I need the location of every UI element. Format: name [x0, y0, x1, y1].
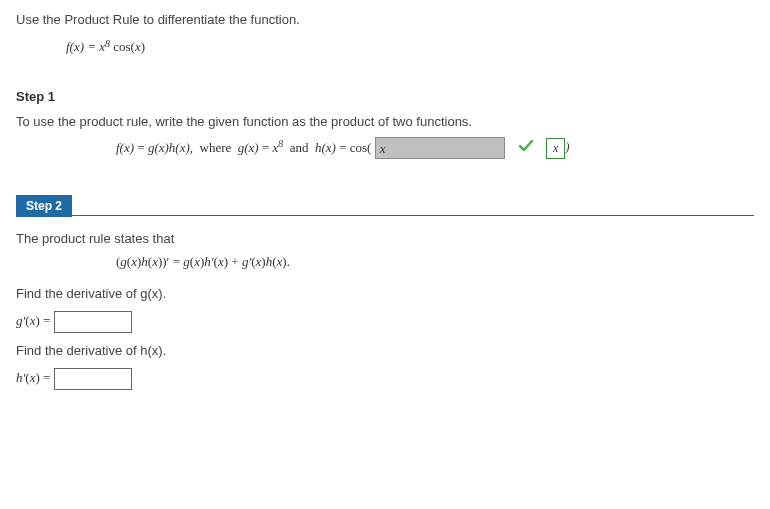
expr-b: and h(x) = cos( — [283, 140, 371, 155]
step1-expression-row: f(x) = g(x)h(x), where g(x) = x8 and h(x… — [116, 137, 754, 159]
expr-exp: 8 — [278, 138, 283, 149]
step1-expr: f(x) = g(x)h(x), where g(x) = x8 and h(x… — [116, 140, 375, 155]
h-prime-input[interactable] — [54, 368, 132, 390]
find-g-text: Find the derivative of g(x). — [16, 286, 754, 301]
fn-rhs: cos(x) — [110, 39, 145, 54]
step2-line — [72, 195, 754, 216]
step2-tab: Step 2 — [16, 195, 72, 217]
given-function: f(x) = x8 cos(x) — [66, 37, 754, 55]
h-prime-label: h′(x) = — [16, 371, 50, 386]
product-rule: (g(x)h(x))′ = g(x)h′(x) + g′(x)h(x). — [116, 254, 754, 270]
check-icon — [518, 138, 534, 159]
step1-text: To use the product rule, write the given… — [16, 114, 754, 129]
fn-lhs: f(x) = x — [66, 39, 105, 54]
step1-answer-input: x — [375, 137, 505, 159]
expr-close: ) — [565, 140, 569, 155]
question-prompt: Use the Product Rule to differentiate th… — [16, 12, 754, 27]
step2-line1: The product rule states that — [16, 231, 754, 246]
g-prime-label: g′(x) = — [16, 314, 50, 329]
fn-exp: 8 — [105, 38, 110, 49]
correct-answer: x — [553, 141, 558, 155]
step2-header: Step 2 — [16, 195, 754, 217]
find-h-text: Find the derivative of h(x). — [16, 343, 754, 358]
step1-title: Step 1 — [16, 89, 754, 104]
correct-answer-box: x — [546, 138, 565, 159]
g-prime-row: g′(x) = — [16, 311, 754, 333]
g-prime-input[interactable] — [54, 311, 132, 333]
expr-a: f(x) = g(x)h(x), where g(x) = x — [116, 140, 278, 155]
h-prime-row: h′(x) = — [16, 368, 754, 390]
